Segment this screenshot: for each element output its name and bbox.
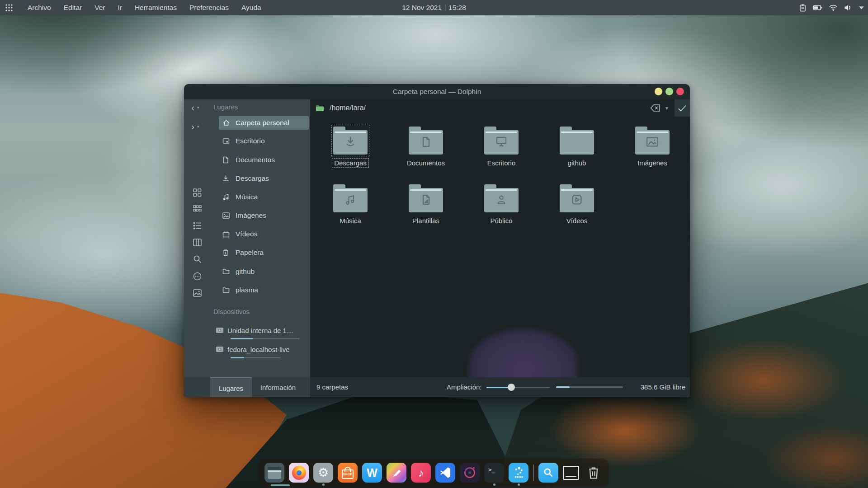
minimize-button[interactable] <box>655 88 662 95</box>
menu-herramientas[interactable]: Herramientas <box>128 0 183 15</box>
sidebar-item-label: plasma <box>236 286 258 294</box>
maximize-button[interactable] <box>665 88 673 95</box>
items-count: 9 carpetas <box>316 377 348 397</box>
dock-software-shop[interactable]: SHOP <box>338 463 358 483</box>
folder-item-imagenes[interactable]: Imágenes <box>616 127 689 167</box>
sidebar-item-descargas[interactable]: Descargas <box>219 172 309 185</box>
folder-item-plantillas[interactable]: Plantillas <box>390 184 462 225</box>
folder-item-documentos[interactable]: Documentos <box>390 127 462 167</box>
menu-ayuda[interactable]: Ayuda <box>235 0 268 15</box>
folder-item-escritorio[interactable]: Escritorio <box>465 127 538 167</box>
sidebar-item-github[interactable]: github <box>219 265 309 278</box>
back-button[interactable]: ‹ ▾ <box>191 103 199 112</box>
forward-button[interactable]: › ▾ <box>191 122 199 131</box>
sidebar-item-carpeta-personal[interactable]: Carpeta personal <box>219 116 309 130</box>
desktop-icon <box>222 138 230 145</box>
dock: ⚙ SHOP W ♪ >_ <box>259 459 609 487</box>
location-dropdown-icon[interactable]: ▼ <box>665 106 669 111</box>
image-icon <box>222 212 230 219</box>
monitor-emblem-icon <box>495 136 508 148</box>
dock-writer[interactable]: W <box>362 463 382 483</box>
top-panel: Archivo Editar Ver Ir Herramientas Prefe… <box>0 0 868 15</box>
folder-icon-videos <box>560 184 594 212</box>
location-bar[interactable]: /home/lara/ ▼ <box>310 99 690 117</box>
device-label: Unidad interna de 1… <box>227 327 293 334</box>
sidebar-item-imagenes[interactable]: Imágenes <box>219 209 309 222</box>
sidebar-item-documentos[interactable]: Documentos <box>219 153 309 167</box>
sidebar-item-plasma[interactable]: plasma <box>219 283 309 297</box>
global-menu: Archivo Editar Ver Ir Herramientas Prefe… <box>21 0 268 15</box>
sidebar-item-label: Papelera <box>236 249 264 257</box>
icons-view-icon[interactable] <box>193 188 202 199</box>
folder-label: Vídeos <box>566 216 588 225</box>
menu-ir[interactable]: Ir <box>111 0 128 15</box>
zoom-slider[interactable] <box>486 387 550 388</box>
location-path-input[interactable]: /home/lara/ <box>330 104 366 112</box>
folder-item-publico[interactable]: Público <box>465 184 538 225</box>
split-view-icon[interactable] <box>193 239 202 248</box>
close-button[interactable] <box>676 88 684 95</box>
dock-file-manager[interactable] <box>264 463 284 483</box>
dock-krita[interactable] <box>387 463 406 483</box>
back-history-caret-icon[interactable]: ▾ <box>197 105 199 110</box>
search-icon[interactable] <box>193 255 202 265</box>
dock-music-player[interactable]: ♪ <box>411 463 431 483</box>
clipboard-icon[interactable] <box>798 4 807 12</box>
folder-item-videos[interactable]: Vídeos <box>541 184 613 225</box>
tab-informacion[interactable]: Información <box>254 377 302 397</box>
sidebar-item-videos[interactable]: Vídeos <box>219 227 309 241</box>
app-grid-icon[interactable] <box>4 3 14 13</box>
sidebar-item-papelera[interactable]: Papelera <box>219 246 309 259</box>
running-indicator-dot <box>322 483 325 486</box>
battery-icon[interactable] <box>813 4 823 12</box>
dock-firefox[interactable] <box>289 463 309 483</box>
dock-installer[interactable] <box>509 463 528 483</box>
dock-show-desktop[interactable] <box>563 466 579 480</box>
dock-vscode[interactable] <box>435 463 455 483</box>
folder-icon-escritorio <box>484 127 519 155</box>
folder-icon-publico <box>484 184 519 212</box>
wifi-icon[interactable] <box>829 4 838 12</box>
details-view-icon[interactable] <box>193 222 202 231</box>
sidebar-item-musica[interactable]: Música <box>219 190 309 204</box>
free-space-bar <box>556 386 623 388</box>
more-options-icon[interactable] <box>193 272 202 282</box>
volume-icon[interactable] <box>844 4 853 12</box>
clear-text-icon[interactable] <box>650 104 661 112</box>
app-grid-dots <box>5 4 13 12</box>
video-icon <box>222 231 230 238</box>
vscode-icon <box>439 466 452 479</box>
clock-date: 12 Nov 2021 <box>402 4 442 12</box>
wallpaper-image-icon[interactable] <box>193 289 202 299</box>
folder-item-descargas[interactable]: Descargas <box>314 127 387 167</box>
home-icon <box>222 119 230 127</box>
compact-view-icon[interactable] <box>193 205 202 214</box>
dock-media-app[interactable] <box>460 463 480 483</box>
menu-editar[interactable]: Editar <box>57 0 89 15</box>
titlebar[interactable]: Carpeta personal — Dolphin <box>184 84 690 99</box>
device-internal-drive[interactable]: Unidad interna de 1… <box>216 324 293 336</box>
firefox-globe <box>297 470 302 475</box>
folder-label: Plantillas <box>412 216 439 225</box>
folder-item-github[interactable]: github <box>541 127 613 167</box>
chevron-down-icon[interactable] <box>859 5 864 10</box>
accept-location-button[interactable] <box>675 99 690 117</box>
dock-settings[interactable]: ⚙ <box>313 463 333 483</box>
forward-history-caret-icon[interactable]: ▾ <box>197 124 199 129</box>
document-icon <box>222 156 230 164</box>
menu-archivo[interactable]: Archivo <box>21 0 57 15</box>
menu-ver[interactable]: Ver <box>88 0 111 15</box>
tab-lugares[interactable]: Lugares <box>210 377 252 397</box>
zoom-slider-handle[interactable] <box>508 384 515 391</box>
dock-trash[interactable] <box>584 463 604 483</box>
clock[interactable]: 12 Nov 2021 15:28 <box>402 0 466 15</box>
folder-item-musica[interactable]: Música <box>314 184 387 225</box>
dock-terminal[interactable]: >_ <box>484 463 504 483</box>
dock-search[interactable] <box>538 463 558 483</box>
menu-preferencias[interactable]: Preferencias <box>183 0 235 15</box>
device-fedora-live[interactable]: fedora_localhost-live <box>216 343 290 355</box>
tab-label: Información <box>260 384 296 391</box>
folder-view[interactable]: Descargas Documentos <box>310 117 690 377</box>
zoom-label: Ampliación: <box>447 377 482 397</box>
sidebar-item-escritorio[interactable]: Escritorio <box>219 134 309 148</box>
